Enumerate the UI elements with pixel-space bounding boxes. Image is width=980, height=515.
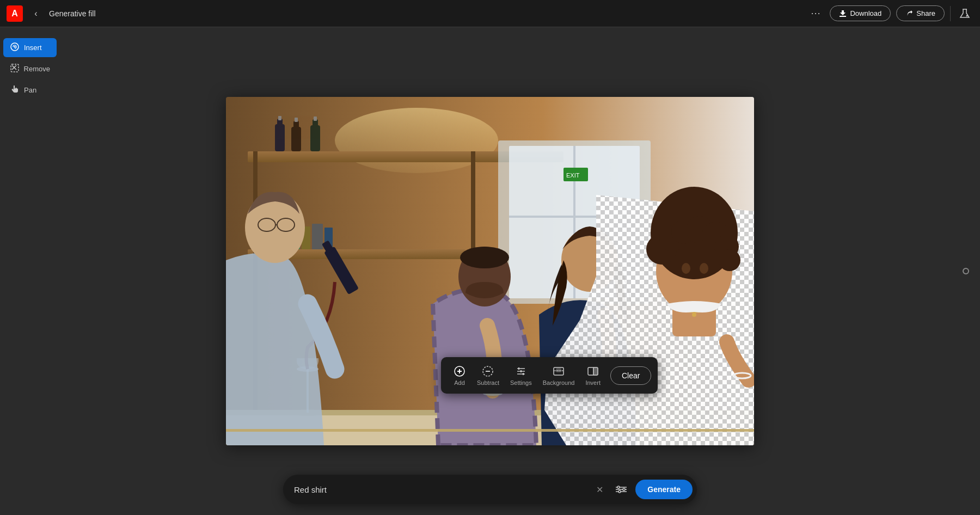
tool-invert[interactable]: Invert	[580, 361, 606, 389]
pan-label: Pan	[24, 86, 36, 94]
image-toolbar: Add Subtract Settings	[441, 357, 658, 394]
prompt-clear-button[interactable]: ✕	[592, 482, 607, 497]
svg-point-52	[460, 247, 509, 268]
back-button[interactable]: ‹	[28, 6, 44, 21]
svg-rect-20	[291, 127, 301, 151]
download-icon	[839, 10, 847, 17]
sidebar-item-pan[interactable]: Pan	[3, 81, 57, 100]
share-button[interactable]: Share	[896, 5, 945, 21]
tool-add[interactable]: Add	[448, 361, 471, 389]
prompt-input[interactable]	[294, 485, 587, 494]
download-button[interactable]: Download	[830, 5, 891, 21]
sidebar-item-remove[interactable]: Remove	[3, 59, 57, 78]
svg-point-4	[14, 46, 16, 48]
left-sidebar: Insert Remove Pan	[0, 27, 60, 515]
image-canvas[interactable]: EXIT	[226, 97, 754, 445]
background-label: Background	[543, 379, 575, 386]
add-label: Add	[454, 379, 465, 386]
svg-rect-19	[278, 116, 281, 120]
topbar: A ‹ Generative fill ··· Download Share	[0, 0, 980, 27]
svg-point-64	[719, 249, 740, 271]
remove-icon	[10, 64, 20, 74]
svg-rect-21	[293, 121, 299, 128]
background-icon	[552, 365, 565, 378]
topbar-actions: ··· Download Share	[807, 5, 973, 22]
flask-icon	[959, 8, 970, 19]
sidebar-item-insert[interactable]: Insert	[3, 38, 57, 57]
sliders-icon	[616, 484, 627, 495]
app-logo: A	[7, 5, 23, 22]
svg-rect-23	[310, 125, 320, 151]
svg-rect-25	[314, 117, 317, 121]
svg-rect-22	[295, 118, 298, 122]
svg-point-67	[692, 312, 696, 317]
tool-background[interactable]: Background	[537, 361, 580, 389]
svg-rect-16	[471, 151, 475, 260]
svg-rect-75	[593, 367, 598, 375]
svg-point-65	[682, 263, 690, 274]
prompt-settings-button[interactable]	[611, 480, 631, 499]
generate-button[interactable]: Generate	[635, 480, 693, 499]
pan-icon	[10, 85, 20, 95]
share-icon	[905, 10, 913, 17]
invert-icon	[586, 365, 599, 378]
svg-text:EXIT: EXIT	[566, 172, 580, 179]
svg-rect-30	[312, 224, 323, 249]
svg-point-76	[617, 486, 620, 488]
circle-indicator	[963, 268, 969, 274]
insert-label: Insert	[24, 44, 42, 52]
insert-icon	[10, 42, 20, 53]
subtract-label: Subtract	[477, 379, 499, 386]
svg-point-2	[966, 15, 968, 16]
tool-subtract[interactable]: Subtract	[471, 361, 505, 389]
app-title: Generative fill	[49, 9, 801, 18]
beta-icon[interactable]	[956, 5, 973, 22]
svg-rect-73	[556, 369, 561, 372]
topbar-divider	[950, 6, 951, 21]
svg-point-66	[700, 263, 708, 274]
canvas-area: EXIT	[0, 27, 980, 515]
prompt-bar: ✕ Generate	[283, 475, 697, 504]
svg-rect-69	[226, 429, 754, 432]
tool-settings[interactable]: Settings	[505, 361, 537, 389]
remove-label: Remove	[24, 65, 50, 73]
more-button[interactable]: ···	[807, 5, 824, 22]
add-icon	[453, 365, 466, 378]
subtract-icon	[481, 365, 494, 378]
svg-rect-17	[275, 124, 285, 151]
clear-button[interactable]: Clear	[610, 366, 651, 385]
svg-point-78	[618, 491, 621, 493]
svg-rect-0	[840, 16, 846, 17]
svg-point-77	[623, 488, 625, 491]
settings-label: Settings	[510, 379, 532, 386]
settings-icon	[514, 365, 528, 378]
invert-label: Invert	[585, 379, 601, 386]
